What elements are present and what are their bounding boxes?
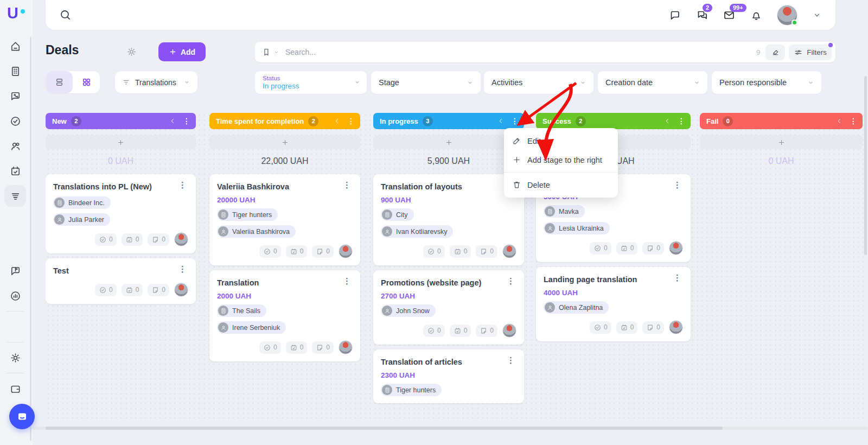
deal-card-tag-company[interactable]: City [381,208,414,221]
deal-card-tag-company[interactable]: Mavka [544,205,585,218]
column-collapse-icon[interactable] [497,117,505,125]
deal-card-kebab-icon[interactable]: ⋮ [177,265,188,273]
sidebar-scrollbar[interactable] [30,37,31,441]
mail-icon[interactable]: 99+ [723,9,736,22]
column-quick-add-button[interactable] [46,135,196,149]
events-count[interactable]: 0 [616,242,638,255]
tasks-count[interactable]: 0 [590,242,611,255]
deal-owner-avatar[interactable] [502,244,516,258]
sidebar-item-analytics[interactable] [4,285,26,307]
deal-card-kebab-icon[interactable]: ⋮ [672,181,683,189]
sidebar-item-tasks[interactable] [4,110,26,132]
tasks-count[interactable]: 0 [259,245,281,258]
search-input[interactable] [285,48,756,56]
filter-person-responsible[interactable]: Person responsible [712,71,821,94]
events-count[interactable]: 0 [616,321,638,334]
menu-item-edit[interactable]: Edit [504,131,618,150]
notes-count[interactable]: 0 [148,284,169,296]
deal-card[interactable]: Test⋮000 [46,258,196,304]
deal-card-kebab-icon[interactable]: ⋮ [341,181,353,189]
sidebar-item-calendar[interactable] [4,160,26,182]
deal-card-kebab-icon[interactable]: ⋮ [505,277,516,285]
deal-card[interactable]: Translation of layouts⋮900 UAHCityIvan K… [373,174,524,265]
deal-card-tag-person[interactable]: Julia Parker [53,213,110,226]
menu-item-add-stage-to-the-right[interactable]: Add stage to the right [504,150,618,169]
sidebar-item-home[interactable] [4,35,26,57]
comments-icon[interactable] [668,9,681,22]
events-count[interactable]: 0 [450,245,471,258]
filter-stage[interactable]: Stage [371,71,481,94]
column-kebab-icon[interactable]: ⋮ [850,117,857,125]
deal-card[interactable]: Valeriia Bashkirova⋮20000 UAHTiger hunte… [209,174,360,265]
deal-owner-avatar[interactable] [669,320,683,334]
user-avatar[interactable] [777,5,797,26]
events-count[interactable]: 0 [122,284,143,296]
deal-card-tag-company[interactable]: The Sails [217,304,266,317]
deal-card[interactable]: Promotions (website page)⋮2700 UAHJohn S… [373,270,524,345]
support-chat-button[interactable] [9,404,35,429]
saved-search-bookmark-icon[interactable] [255,47,285,58]
kanban-view-button[interactable] [73,71,100,93]
filter-status[interactable]: Status In progress [255,71,367,94]
horizontal-scrollbar-thumb[interactable] [46,427,723,430]
notifications-bell-icon[interactable] [750,9,763,22]
deal-owner-avatar[interactable] [174,283,188,297]
deal-card-kebab-icon[interactable]: ⋮ [341,277,353,285]
add-deal-button[interactable]: Add [158,42,206,61]
deal-card[interactable]: Translation of articles⋮2300 UAHTiger hu… [373,349,524,403]
deal-card-tag-person[interactable]: John Snow [381,304,436,317]
tasks-count[interactable]: 0 [95,233,117,246]
deals-settings-gear-icon[interactable] [126,46,137,58]
menu-item-delete[interactable]: Delete [504,175,618,194]
tasks-count[interactable]: 0 [590,321,611,334]
deal-card-tag-person[interactable]: Irene Serbeniuk [217,321,286,334]
sidebar-item-automation[interactable] [4,210,26,232]
tasks-count[interactable]: 0 [259,341,281,354]
messenger-icon[interactable]: 2 [695,9,709,22]
sidebar-item-crm-chat[interactable] [4,85,26,107]
column-header[interactable]: New2⋮ [46,113,196,129]
events-count[interactable]: 0 [286,245,308,258]
vertical-scrollbar-thumb[interactable] [864,76,867,255]
deal-owner-avatar[interactable] [174,232,188,246]
column-header[interactable]: In progress3⋮ [373,113,524,129]
notes-count[interactable]: 0 [148,233,169,246]
deal-card-tag-person[interactable]: Lesia Ukrainka [544,222,610,234]
clear-search-button[interactable] [765,44,785,60]
column-quick-add-button[interactable] [209,135,360,149]
sidebar-item-team[interactable] [4,135,26,157]
column-quick-add-button[interactable] [700,135,863,149]
sidebar-item-marketing[interactable] [4,260,26,282]
global-search-icon[interactable] [59,8,72,22]
column-kebab-icon[interactable]: ⋮ [347,117,355,125]
column-header[interactable]: Success2⋮ [536,113,691,129]
deal-card-tag-company[interactable]: Tiger hunters [217,208,278,221]
deal-card[interactable]: Translations into PL (New)⋮Bindeer Inc.J… [46,174,196,253]
column-quick-add-button[interactable] [373,135,524,149]
uspacy-logo[interactable]: U [7,4,25,25]
deal-card-tag-company[interactable]: Bindeer Inc. [53,196,111,209]
events-count[interactable]: 0 [450,325,471,337]
deal-card-tag-person[interactable]: Ivan Kotliarevsky [381,225,453,238]
tasks-count[interactable]: 0 [423,245,445,258]
column-header[interactable]: Time spent for completion2⋮ [209,113,360,129]
deal-card-tag-company[interactable]: Tiger hunters [381,384,442,396]
events-count[interactable]: 0 [122,233,143,246]
filters-button[interactable]: Filters [789,44,832,60]
deal-card-tag-person[interactable]: Valeriia Bashkirova [217,225,296,238]
deal-card-kebab-icon[interactable]: ⋮ [505,357,516,364]
sidebar-item-wallet[interactable] [4,378,26,399]
sidebar-item-company[interactable] [4,60,26,82]
list-view-button[interactable] [46,71,73,93]
sidebar-item-marketplace[interactable] [4,316,26,338]
deal-card-kebab-icon[interactable]: ⋮ [672,274,683,282]
column-kebab-icon[interactable]: ⋮ [678,117,685,125]
sidebar-item-scanner[interactable] [4,235,26,257]
profile-chevron-down-icon[interactable] [812,10,822,21]
column-kebab-icon[interactable]: ⋮ [511,117,519,125]
deal-owner-avatar[interactable] [339,340,353,354]
column-collapse-icon[interactable] [169,117,176,125]
column-collapse-icon[interactable] [663,117,671,125]
deal-card-kebab-icon[interactable]: ⋮ [177,181,188,189]
deal-card[interactable]: Landing page translation⋮4000 UAHOlena Z… [536,267,691,341]
